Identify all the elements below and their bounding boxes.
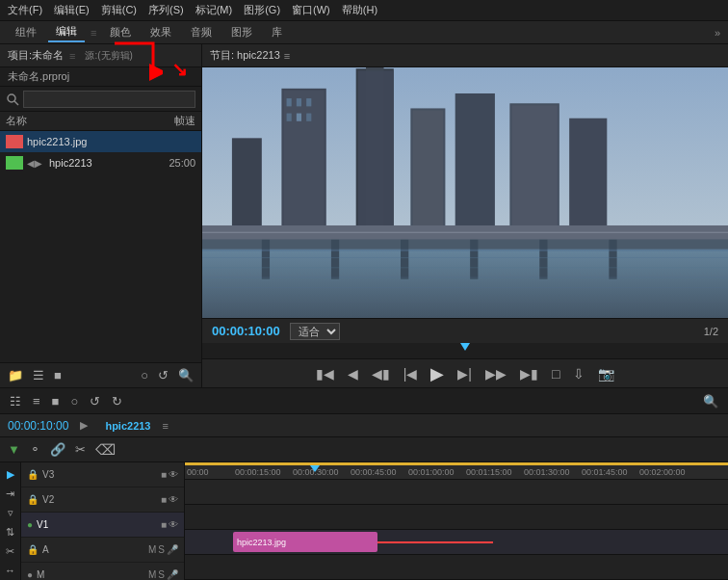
left-panel: 项目:未命名 ≡ 源:(无剪辑) 未命名.prproj ↘ — [0, 44, 202, 387]
timeline-ruler-tracks: 00:00 00:00:15:00 00:00:30:00 00:00:45:0… — [185, 462, 728, 580]
svg-rect-18 — [287, 114, 292, 121]
tab-library[interactable]: 库 — [264, 23, 290, 41]
track-label-v3: V3 — [42, 469, 62, 480]
svg-rect-14 — [283, 91, 324, 235]
lock-v1[interactable]: ● — [27, 519, 33, 530]
rolling-tool[interactable]: ⇅ — [3, 524, 18, 540]
track-header-v3: 🔒 V3 ■ 👁 — [21, 462, 184, 488]
timeline-timecode: 00:00:10:00 — [8, 419, 68, 433]
step-fwd-button[interactable]: ▶| — [455, 364, 475, 383]
tab-edit[interactable]: 编辑 — [48, 22, 85, 42]
grid-icon[interactable]: ☷ — [8, 392, 23, 410]
mark-in-button[interactable]: ⇩ — [570, 364, 587, 383]
col-name-header: 名称 — [6, 114, 157, 128]
tab-graphics[interactable]: 图形 — [223, 23, 260, 41]
play-button[interactable]: ▶ — [428, 361, 447, 386]
track-eye-v3[interactable]: ■ — [161, 469, 167, 480]
playback-controls: ▮◀ ◀ ◀▮ |◀ ▶ ▶| ▶▶ ▶▮ □ ⇩ 📷 — [202, 358, 728, 387]
undo-button[interactable]: ↺ — [156, 366, 170, 384]
svg-rect-30 — [232, 138, 262, 237]
circle-icon[interactable]: ○ — [68, 392, 80, 410]
tab-audio[interactable]: 音频 — [183, 23, 220, 41]
track-vis-v3[interactable]: 👁 — [169, 469, 178, 480]
right-panel: 节目: hpic2213 ≡ — [202, 44, 728, 387]
search-input[interactable] — [23, 91, 195, 108]
loop-button[interactable]: □ — [549, 364, 562, 383]
timeline-tool-4[interactable]: ✂ — [73, 440, 88, 459]
slip-tool[interactable]: ↔ — [3, 563, 18, 578]
file-thumb-seq — [6, 156, 23, 170]
new-bin-button[interactable]: 📁 — [6, 366, 25, 384]
playhead-bar[interactable] — [202, 343, 728, 358]
track-s-m[interactable]: S — [158, 569, 165, 580]
track-select-tool[interactable]: ⇥ — [3, 486, 18, 501]
track-row-v3 — [185, 480, 728, 505]
square-icon[interactable]: ■ — [50, 392, 62, 410]
track-mic-m[interactable]: 🎤 — [167, 569, 178, 580]
tab-sep1: ≡ — [91, 27, 96, 39]
timeline-tool-2[interactable]: ⚬ — [28, 440, 42, 459]
track-label-v2: V2 — [42, 494, 62, 505]
timeline-tool-3[interactable]: 🔗 — [48, 440, 67, 459]
track-m-m[interactable]: M — [148, 569, 156, 580]
settings-button[interactable]: ○ — [139, 366, 150, 384]
tab-components[interactable]: 组件 — [8, 23, 44, 41]
timeline-clip-video[interactable]: hpic2213.jpg — [233, 532, 377, 552]
go-to-end-button[interactable]: ▶▮ — [517, 364, 541, 383]
timeline-tool-razor[interactable]: ⌫ — [93, 439, 117, 461]
track-s-a[interactable]: S — [158, 544, 165, 555]
lock-v3[interactable]: 🔒 — [27, 469, 39, 480]
lock-a[interactable]: 🔒 — [27, 544, 39, 555]
menu-window[interactable]: 窗口(W) — [292, 3, 330, 17]
timeline-header: 00:00:10:00 ▶ hpic2213 ≡ — [0, 414, 728, 437]
icon-view-button[interactable]: ■ — [52, 366, 64, 384]
track-header-v2: 🔒 V2 ■ 👁 — [21, 488, 184, 513]
menu-marker[interactable]: 标记(M) — [195, 3, 233, 17]
svg-rect-9 — [401, 239, 408, 278]
search-button-bottom[interactable]: 🔍 — [176, 366, 195, 384]
razor-tool[interactable]: ✂ — [3, 543, 18, 559]
track-vis-v2[interactable]: 👁 — [169, 494, 178, 505]
menu-edit[interactable]: 编辑(E) — [54, 3, 90, 17]
file-item-1[interactable]: ◀▶ hpic2213 25:00 — [0, 152, 201, 173]
fit-select[interactable]: 适合 — [290, 323, 340, 340]
track-eye-v2[interactable]: ■ — [161, 494, 167, 505]
step-back1-button[interactable]: ◀▮ — [369, 364, 393, 383]
menu-help[interactable]: 帮助(H) — [342, 3, 377, 17]
step-back-button[interactable]: ◀ — [345, 364, 361, 383]
list-icon[interactable]: ≡ — [31, 392, 42, 410]
file-name-1: hpic2213 — [49, 157, 153, 169]
menu-graphics[interactable]: 图形(G) — [244, 3, 280, 17]
search-timeline-icon[interactable]: 🔍 — [701, 392, 720, 410]
list-view-button[interactable]: ☰ — [31, 366, 46, 384]
ruler-mark-0: 00:00 — [187, 467, 209, 477]
track-eye-v1[interactable]: ■ — [161, 519, 167, 530]
menu-bar: 文件(F) 编辑(E) 剪辑(C) 序列(S) 标记(M) 图形(G) 窗口(W… — [0, 0, 728, 21]
track-m-a[interactable]: M — [148, 544, 156, 555]
timeline-ruler[interactable]: 00:00 00:00:15:00 00:00:30:00 00:00:45:0… — [185, 462, 728, 480]
track-vis-v1[interactable]: 👁 — [169, 519, 178, 530]
go-to-start-button[interactable]: ▮◀ — [313, 364, 337, 383]
selection-tool[interactable]: ▶ — [3, 466, 18, 482]
timeline-tool-1[interactable]: ▼ — [6, 440, 22, 459]
lock-v2[interactable]: 🔒 — [27, 494, 39, 505]
undo-icon[interactable]: ↺ — [88, 392, 102, 410]
redo-icon[interactable]: ↻ — [110, 392, 124, 410]
bottom-toolbar: ☷ ≡ ■ ○ ↺ ↻ 🔍 — [0, 387, 728, 414]
track-mic-a[interactable]: 🎤 — [167, 544, 178, 555]
file-item-0[interactable]: hpic2213.jpg — [0, 131, 201, 152]
camera-button[interactable]: 📷 — [595, 364, 617, 383]
fast-fwd-button[interactable]: ▶▶ — [482, 364, 509, 383]
ripple-tool[interactable]: ▿ — [3, 505, 18, 520]
menu-sequence[interactable]: 序列(S) — [148, 3, 184, 17]
svg-rect-16 — [297, 98, 301, 106]
timeline-body: ▶ ⇥ ▿ ⇅ ✂ ↔ 🔒 V3 ■ 👁 🔒 V2 ■ — [0, 462, 728, 580]
menu-file[interactable]: 文件(F) — [8, 3, 42, 17]
lock-m[interactable]: ● — [27, 569, 33, 580]
rewind-button[interactable]: |◀ — [401, 364, 421, 383]
svg-rect-29 — [569, 119, 607, 238]
tab-expand[interactable]: » — [715, 27, 720, 39]
svg-line-2 — [14, 101, 18, 105]
track-headers: 🔒 V3 ■ 👁 🔒 V2 ■ 👁 ● V1 — [21, 462, 185, 580]
menu-clip[interactable]: 剪辑(C) — [101, 3, 137, 17]
